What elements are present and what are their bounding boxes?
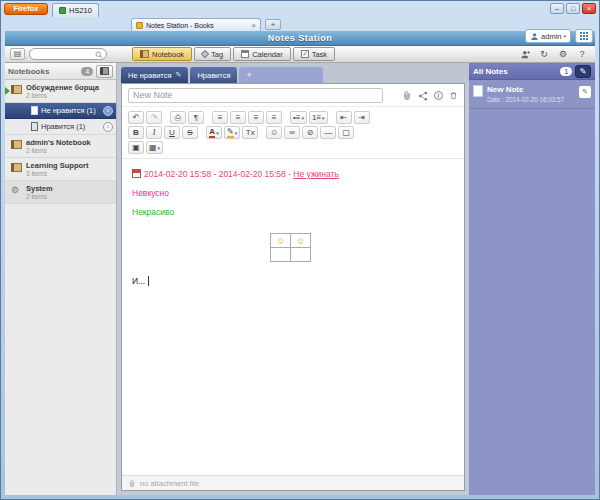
view-toggle-button[interactable]: ▤: [10, 48, 25, 60]
paperclip-icon: [128, 479, 136, 488]
event-line: 2014-02-20 15:58 - 2014-02-20 15:58 - Не…: [132, 169, 454, 179]
align-right-button[interactable]: ≡: [248, 111, 264, 124]
tab-close-button[interactable]: ×: [251, 21, 256, 30]
search-icon: [95, 51, 103, 59]
nav-notebook-label: Notebook: [152, 50, 184, 59]
section-label: Не нравится: [41, 106, 85, 115]
note-quick-edit-button[interactable]: ✎: [579, 86, 591, 98]
align-center-button[interactable]: ≡: [230, 111, 246, 124]
edit-icon: ✎: [580, 67, 587, 76]
notebook-item-borscht[interactable]: Обсуждение борща 2 items: [5, 80, 116, 103]
notebook-item-admin[interactable]: admin's Notebook 2 items: [5, 135, 116, 158]
indent-button[interactable]: ⇥: [354, 111, 370, 124]
table-icon: ▦: [149, 143, 157, 152]
nav-tag-button[interactable]: Tag: [194, 47, 231, 61]
outdent-button[interactable]: ⇤: [336, 111, 352, 124]
redo-button[interactable]: ↷: [146, 111, 162, 124]
nav-calendar-label: Calendar: [252, 50, 282, 59]
unlink-button[interactable]: ⊘: [302, 126, 318, 139]
numbered-list-button[interactable]: 1≡▾: [309, 111, 328, 124]
share-icon: [418, 91, 428, 101]
content-table[interactable]: ☺ ☺: [270, 233, 311, 262]
tab-notes-station[interactable]: Notes Station - Books ×: [131, 18, 261, 31]
notes-manage-button[interactable]: ✎: [575, 65, 591, 78]
link-button[interactable]: ∞: [284, 126, 300, 139]
typing-line: И...: [132, 276, 454, 286]
window-controls: – □ ×: [550, 3, 596, 14]
underline-button[interactable]: U: [164, 126, 180, 139]
share-button[interactable]: [418, 91, 428, 101]
tab-hs210-label: HS210: [69, 6, 92, 15]
align-justify-button[interactable]: ≡: [266, 111, 282, 124]
attach-button[interactable]: [402, 90, 412, 101]
main-toolbar: ▤ Notebook Tag Calendar Task: [5, 46, 595, 63]
note-list-item[interactable]: New Note Date : 2014-02-20 16:03:57 ✎: [469, 80, 595, 109]
event-text: 2014-02-20 15:58 - 2014-02-20 15:58 -: [144, 169, 293, 179]
nav-task-button[interactable]: Task: [293, 47, 335, 61]
search-input[interactable]: [29, 48, 107, 60]
user-menu[interactable]: admin ▾: [525, 29, 571, 43]
rename-section-icon[interactable]: ✎: [176, 71, 182, 79]
user-name: admin: [541, 32, 561, 41]
settings-button[interactable]: ⚙: [555, 47, 571, 61]
maximize-button[interactable]: □: [566, 3, 580, 14]
table-cell[interactable]: [291, 248, 311, 262]
main-area: Не нравится ✎ Нравится + New Note i: [117, 63, 469, 495]
align-left-button[interactable]: ≡: [212, 111, 228, 124]
event-link[interactable]: Не ужинать: [293, 169, 339, 179]
notebook-item-system[interactable]: ⚙ System 2 items: [5, 181, 116, 204]
section-open-button[interactable]: ›: [103, 122, 113, 132]
italic-button[interactable]: I: [146, 126, 162, 139]
clear-format-button[interactable]: Tx: [242, 126, 258, 139]
highlight-button[interactable]: ✎▾: [224, 126, 240, 139]
nav-button-group: Notebook Tag Calendar Task: [132, 47, 335, 61]
note-content-area[interactable]: 2014-02-20 15:58 - 2014-02-20 15:58 - Не…: [122, 159, 464, 475]
caret-down-icon: ▾: [216, 130, 219, 136]
app-header: Notes Station: [5, 31, 595, 46]
caret-down-icon: ▾: [322, 115, 325, 121]
notebook-item-learning[interactable]: Learning Support 3 items: [5, 158, 116, 181]
undo-button[interactable]: ↶: [128, 111, 144, 124]
insert-image-button[interactable]: ▣: [128, 141, 144, 154]
help-button[interactable]: ?: [574, 47, 590, 61]
section-tab-dislike[interactable]: Не нравится ✎: [121, 67, 188, 83]
section-item-like[interactable]: Нравится (1) ›: [5, 119, 116, 135]
bullet-list-button[interactable]: •≡▾: [290, 111, 307, 124]
section-open-button[interactable]: ›: [103, 106, 113, 116]
emoji-button[interactable]: ☺: [266, 126, 282, 139]
typing-text: И...: [132, 276, 145, 286]
section-tab-like[interactable]: Нравится: [190, 67, 237, 83]
paragraph-button[interactable]: ¶: [188, 111, 204, 124]
tab-notes-station-label: Notes Station - Books: [146, 22, 248, 29]
delete-note-button[interactable]: [449, 90, 458, 101]
attachment-bar[interactable]: no attachment file: [122, 475, 464, 490]
font-color-button[interactable]: A▾: [206, 126, 222, 139]
horizontal-rule-button[interactable]: —: [320, 126, 336, 139]
table-cell[interactable]: ☺: [271, 234, 291, 248]
close-window-button[interactable]: ×: [582, 3, 596, 14]
table-cell[interactable]: [271, 248, 291, 262]
fullscreen-button[interactable]: ▢: [338, 126, 354, 139]
insert-table-button[interactable]: ▦▾: [146, 141, 163, 154]
section-item-dislike[interactable]: Не нравится (1) ›: [5, 103, 116, 119]
bold-button[interactable]: B: [128, 126, 144, 139]
tab-hs210[interactable]: HS210: [52, 3, 99, 17]
nav-notebook-button[interactable]: Notebook: [132, 47, 192, 61]
firefox-menu-button[interactable]: Firefox: [4, 3, 48, 15]
note-title-input[interactable]: New Note: [128, 88, 383, 103]
smiley-emoji: ☺: [296, 236, 305, 246]
apps-menu-button[interactable]: [575, 29, 593, 43]
strikethrough-button[interactable]: S: [182, 126, 198, 139]
caret-down-icon: ▾: [301, 115, 304, 121]
table-cell[interactable]: ☺: [291, 234, 311, 248]
add-section-tab[interactable]: +: [239, 67, 323, 83]
new-notebook-button[interactable]: [96, 65, 113, 78]
minimize-button[interactable]: –: [550, 3, 564, 14]
info-button[interactable]: i: [434, 91, 443, 100]
print-button[interactable]: ⎙: [170, 111, 186, 124]
refresh-button[interactable]: ↻: [536, 47, 552, 61]
share-user-button[interactable]: [517, 47, 533, 61]
new-tab-button[interactable]: +: [265, 19, 281, 30]
nav-calendar-button[interactable]: Calendar: [233, 47, 290, 61]
new-notebook-icon: [100, 67, 109, 75]
